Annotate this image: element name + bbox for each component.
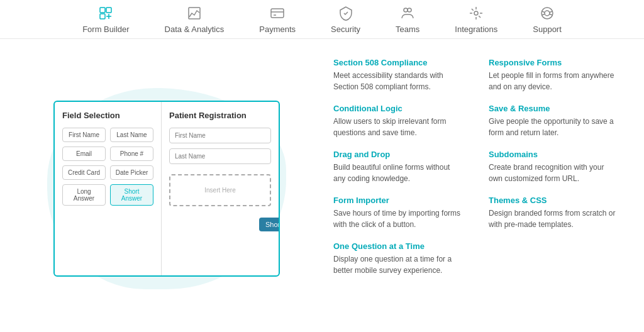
field-selection-title: Field Selection xyxy=(62,111,153,120)
svg-rect-4 xyxy=(271,9,284,18)
field-chip-first-name[interactable]: First Name xyxy=(62,128,106,142)
feature-themes-css-desc: Design branded forms from scratch or wit… xyxy=(489,208,619,230)
nav-payments[interactable]: Payments xyxy=(242,4,313,34)
nav-teams[interactable]: Teams xyxy=(378,4,437,34)
svg-rect-2 xyxy=(100,14,105,19)
svg-line-14 xyxy=(542,14,545,15)
nav-form-builder-label: Form Builder xyxy=(82,25,129,34)
svg-point-11 xyxy=(545,11,550,16)
field-chip-long-answer[interactable]: Long Answer xyxy=(62,184,106,206)
field-chip-email[interactable]: Email xyxy=(62,147,106,161)
svg-point-9 xyxy=(474,11,478,15)
field-chip-date-picker[interactable]: Date Picker xyxy=(110,165,153,180)
form-preview: Field Selection First Name Last Name Ema… xyxy=(53,101,280,277)
svg-rect-1 xyxy=(106,8,111,13)
form-area-title: Patient Registration xyxy=(169,111,271,120)
nav-support[interactable]: Support xyxy=(515,4,579,34)
feature-section-508-desc: Meet accessibility standards with Sectio… xyxy=(333,70,464,92)
features-col1: Section 508 Compliance Meet accessibilit… xyxy=(333,58,464,287)
nav-integrations-label: Integrations xyxy=(455,25,497,34)
form-last-name-input[interactable] xyxy=(169,148,271,164)
feature-save-resume-desc: Give people the opportunity to save a fo… xyxy=(489,116,619,138)
svg-rect-0 xyxy=(100,8,105,13)
field-selection-panel: Field Selection First Name Last Name Ema… xyxy=(55,102,162,275)
feature-drag-drop-title[interactable]: Drag and Drop xyxy=(333,150,464,159)
form-area: Patient Registration Insert Here Short A… xyxy=(162,102,279,275)
data-analytics-icon xyxy=(186,4,203,22)
field-chip-credit-card[interactable]: Credit Card xyxy=(62,165,106,180)
drop-zone-hint: Insert Here xyxy=(204,187,235,194)
features-col2: Responsive Forms Let people fill in form… xyxy=(489,58,619,287)
nav-support-label: Support xyxy=(533,25,562,34)
drag-tooltip: Short Answer xyxy=(259,218,280,231)
form-first-name-input[interactable] xyxy=(169,128,271,143)
nav-teams-label: Teams xyxy=(396,25,419,34)
feature-conditional-logic: Conditional Logic Allow users to skip ir… xyxy=(333,104,464,138)
left-panel: Field Selection First Name Last Name Ema… xyxy=(25,58,308,319)
svg-point-8 xyxy=(408,8,411,12)
feature-one-question-title[interactable]: One Question at a Time xyxy=(333,241,464,251)
integrations-icon xyxy=(467,4,485,22)
feature-one-question: One Question at a Time Display one quest… xyxy=(333,241,464,276)
svg-point-7 xyxy=(404,8,408,12)
svg-line-12 xyxy=(542,11,545,13)
svg-line-15 xyxy=(550,11,553,13)
feature-form-importer: Form Importer Save hours of time by impo… xyxy=(333,196,464,230)
feature-form-importer-title[interactable]: Form Importer xyxy=(333,196,464,205)
field-grid: First Name Last Name Email Phone # Credi… xyxy=(62,128,153,206)
right-panel: Section 508 Compliance Meet accessibilit… xyxy=(333,58,619,319)
main-content: Field Selection First Name Last Name Ema… xyxy=(0,39,644,332)
feature-responsive-forms-desc: Let people fill in forms from anywhere a… xyxy=(489,70,619,92)
feature-themes-css-title[interactable]: Themes & CSS xyxy=(489,196,619,205)
nav-payments-label: Payments xyxy=(259,25,296,34)
feature-section-508: Section 508 Compliance Meet accessibilit… xyxy=(333,58,464,92)
nav-security[interactable]: Security xyxy=(313,4,378,34)
nav-integrations[interactable]: Integrations xyxy=(437,4,515,34)
form-builder-icon xyxy=(97,4,114,22)
feature-conditional-logic-title[interactable]: Conditional Logic xyxy=(333,104,464,113)
drop-zone: Insert Here xyxy=(169,174,271,206)
feature-save-resume-title[interactable]: Save & Resume xyxy=(489,104,619,113)
feature-form-importer-desc: Save hours of time by importing forms wi… xyxy=(333,208,464,230)
svg-point-10 xyxy=(541,8,553,19)
field-chip-phone[interactable]: Phone # xyxy=(110,147,153,161)
feature-save-resume: Save & Resume Give people the opportunit… xyxy=(489,104,619,138)
feature-conditional-logic-desc: Allow users to skip irrelevant form ques… xyxy=(333,116,464,138)
security-icon xyxy=(337,4,355,22)
feature-responsive-forms-title[interactable]: Responsive Forms xyxy=(489,58,619,67)
support-icon xyxy=(538,4,556,22)
field-chip-last-name[interactable]: Last Name xyxy=(110,128,153,142)
feature-themes-css: Themes & CSS Design branded forms from s… xyxy=(489,196,619,230)
main-nav: Form Builder Data & Analytics Payments xyxy=(0,0,644,39)
nav-security-label: Security xyxy=(331,25,360,34)
feature-subdomains: Subdomains Create brand recognition with… xyxy=(489,150,619,184)
nav-data-analytics[interactable]: Data & Analytics xyxy=(147,4,242,34)
field-chip-short-answer[interactable]: Short Answer xyxy=(110,184,153,206)
nav-data-analytics-label: Data & Analytics xyxy=(165,25,225,34)
feature-responsive-forms: Responsive Forms Let people fill in form… xyxy=(489,58,619,92)
teams-icon xyxy=(399,4,416,22)
svg-line-13 xyxy=(550,14,553,15)
nav-form-builder[interactable]: Form Builder xyxy=(65,4,147,34)
payments-icon xyxy=(269,4,286,22)
svg-rect-3 xyxy=(189,8,200,19)
feature-section-508-title[interactable]: Section 508 Compliance xyxy=(333,58,464,67)
feature-one-question-desc: Display one question at a time for a bet… xyxy=(333,253,464,276)
feature-subdomains-title[interactable]: Subdomains xyxy=(489,150,619,159)
feature-subdomains-desc: Create brand recognition with your own c… xyxy=(489,162,619,184)
feature-drag-drop: Drag and Drop Build beautiful online for… xyxy=(333,150,464,184)
feature-drag-drop-desc: Build beautiful online forms without any… xyxy=(333,162,464,184)
